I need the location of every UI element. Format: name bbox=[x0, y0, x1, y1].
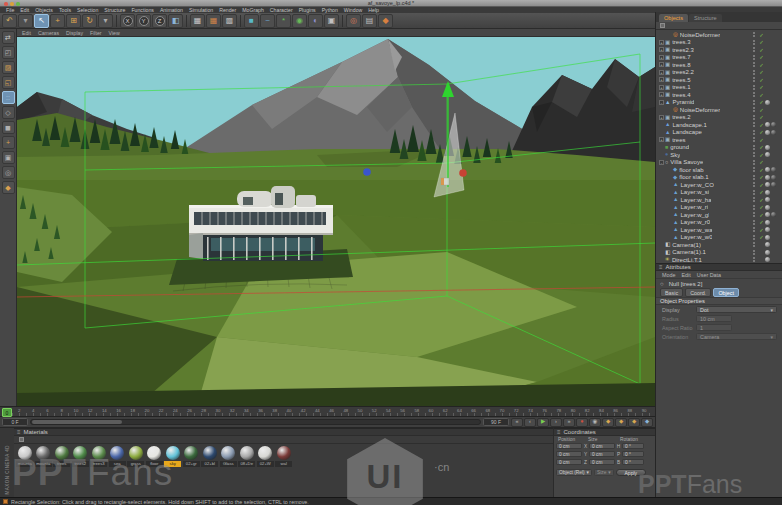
material-sea[interactable]: sea bbox=[109, 446, 127, 467]
visibility-dots[interactable] bbox=[753, 130, 755, 135]
viewport-solo-icon[interactable]: ▣ bbox=[2, 151, 15, 164]
lock-z-axis-button[interactable]: Z bbox=[152, 14, 167, 28]
material-tag-icon[interactable] bbox=[771, 182, 776, 187]
aspect-ratio-input[interactable]: 1 bbox=[696, 324, 732, 331]
object-tree-item-trees-3[interactable]: +▣trees.3✓ bbox=[656, 39, 782, 47]
object-tree-item-trees-8[interactable]: +▣trees.8✓ bbox=[656, 61, 782, 69]
render-picture-viewer-button[interactable]: ▦ bbox=[206, 14, 221, 28]
coordinate-mode-dropdown[interactable]: Object (Rel)▾ bbox=[556, 469, 592, 476]
next-frame-button[interactable]: › bbox=[550, 418, 562, 427]
add-camera-button[interactable]: ▣ bbox=[324, 14, 339, 28]
material-tag-icon[interactable] bbox=[765, 250, 770, 255]
material-02-w[interactable]: 02+W bbox=[257, 446, 275, 467]
key-parameter-button[interactable]: ◆ bbox=[641, 418, 653, 427]
expander-icon[interactable]: + bbox=[659, 47, 664, 52]
enable-checkmark[interactable]: ✓ bbox=[758, 32, 765, 38]
enable-checkmark[interactable]: ✓ bbox=[758, 197, 765, 203]
material-tag-icon[interactable] bbox=[765, 152, 770, 157]
object-name[interactable]: Layer:w_CO bbox=[680, 182, 713, 188]
viewport-menu-cameras[interactable]: Cameras bbox=[38, 30, 59, 36]
object-tree-item-trees[interactable]: +▣trees✓ bbox=[656, 136, 782, 144]
object-tree-item-layer-w-w0[interactable]: +▲Layer:w_w0✓ bbox=[656, 234, 782, 242]
object-tree-item-landscape-1[interactable]: +▲Landscape.1✓ bbox=[656, 121, 782, 129]
enable-checkmark[interactable]: ✓ bbox=[758, 84, 765, 90]
object-name[interactable]: trees2.3 bbox=[672, 47, 694, 53]
add-primitive-button[interactable]: ■ bbox=[244, 14, 259, 28]
rotation-p-input[interactable]: 0 ° bbox=[622, 451, 644, 458]
material-sphere[interactable] bbox=[147, 446, 161, 460]
object-tree-item-camera-1[interactable]: +◧Camera(1) bbox=[656, 241, 782, 249]
object-name[interactable]: ground bbox=[670, 144, 689, 150]
visibility-dots[interactable] bbox=[753, 167, 755, 172]
material-sphere[interactable] bbox=[110, 446, 124, 460]
material-tag-icon[interactable] bbox=[765, 122, 770, 127]
expander-icon[interactable]: + bbox=[659, 77, 664, 82]
enable-checkmark[interactable]: ✓ bbox=[758, 152, 765, 158]
workplane-button[interactable]: ◆ bbox=[378, 14, 393, 28]
attr-menu-edit[interactable]: Edit bbox=[682, 272, 691, 278]
material-trees[interactable]: trees bbox=[53, 446, 71, 467]
attributes-tab-coord[interactable]: Coord. bbox=[685, 288, 711, 297]
object-tree-item-layer-w-wa[interactable]: +▲Layer:w_wa✓ bbox=[656, 226, 782, 234]
object-name[interactable]: Layer:w_w0 bbox=[680, 234, 712, 240]
enable-checkmark[interactable]: ✓ bbox=[758, 77, 765, 83]
add-environment-button[interactable]: ◐ bbox=[308, 14, 323, 28]
material-tag-icon[interactable] bbox=[765, 190, 770, 195]
enable-checkmark[interactable]: ✓ bbox=[758, 212, 765, 218]
object-name[interactable]: floor slab.1 bbox=[679, 174, 708, 180]
material-grass[interactable]: grass bbox=[127, 446, 145, 467]
object-tree-item-trees2-2[interactable]: +▣trees2.2✓ bbox=[656, 69, 782, 77]
rotate-tool[interactable]: ↻ bbox=[82, 14, 97, 28]
enable-checkmark[interactable]: ✓ bbox=[758, 144, 765, 150]
expander-icon[interactable]: + bbox=[659, 92, 664, 97]
object-name[interactable]: trees.1 bbox=[672, 84, 690, 90]
enable-checkmark[interactable]: ✓ bbox=[758, 227, 765, 233]
material-tag-icon[interactable] bbox=[765, 167, 770, 172]
material-02-gr[interactable]: 02+gr bbox=[183, 446, 201, 467]
visibility-dots[interactable] bbox=[753, 250, 755, 255]
edges-mode-icon[interactable]: ◇ bbox=[2, 106, 15, 119]
material-tag-icon[interactable] bbox=[765, 235, 770, 240]
end-frame-field[interactable]: 90 F bbox=[483, 418, 509, 426]
object-name[interactable]: trees.3 bbox=[672, 39, 690, 45]
visibility-dots[interactable] bbox=[753, 137, 755, 142]
object-name[interactable]: NoiseDeformer bbox=[680, 107, 720, 113]
expander-icon[interactable]: - bbox=[659, 100, 664, 105]
size-y-input[interactable]: 0 cm bbox=[589, 451, 615, 458]
material-sphere[interactable] bbox=[258, 446, 272, 460]
start-frame-field[interactable]: 0 F bbox=[2, 418, 28, 426]
size-z-input[interactable]: 0 cm bbox=[589, 459, 615, 466]
material-sphere[interactable] bbox=[184, 446, 198, 460]
enable-checkmark[interactable]: ✓ bbox=[758, 174, 765, 180]
record-button[interactable]: ● bbox=[576, 418, 588, 427]
material-tag-icon[interactable] bbox=[765, 257, 770, 262]
key-rotation-button[interactable]: ◆ bbox=[628, 418, 640, 427]
object-name[interactable]: trees.4 bbox=[672, 92, 690, 98]
enable-checkmark[interactable]: ✓ bbox=[758, 182, 765, 188]
object-name[interactable]: trees bbox=[672, 137, 685, 143]
enable-checkmark[interactable]: ✓ bbox=[758, 234, 765, 240]
current-frame-marker[interactable]: 0 bbox=[2, 408, 12, 417]
size-mode-dropdown[interactable]: Size▾ bbox=[594, 469, 614, 476]
move-tool[interactable]: + bbox=[50, 14, 65, 28]
timeline-ruler[interactable]: 2468101214161820222426283032343638404244… bbox=[0, 406, 655, 417]
material-sphere[interactable] bbox=[277, 446, 291, 460]
expander-icon[interactable]: + bbox=[659, 137, 664, 142]
material-sphere[interactable] bbox=[203, 446, 217, 460]
object-name[interactable]: Camera(1).1 bbox=[672, 249, 706, 255]
expander-icon[interactable]: + bbox=[659, 55, 664, 60]
visibility-dots[interactable] bbox=[753, 205, 755, 210]
snap-settings-button[interactable]: ◎ bbox=[346, 14, 361, 28]
rotation-h-input[interactable]: 0 ° bbox=[622, 443, 644, 450]
enable-checkmark[interactable]: ✓ bbox=[758, 219, 765, 225]
previous-frame-button[interactable]: ‹ bbox=[524, 418, 536, 427]
go-to-start-button[interactable]: « bbox=[511, 418, 523, 427]
enable-checkmark[interactable]: ✓ bbox=[758, 122, 765, 128]
visibility-dots[interactable] bbox=[753, 122, 755, 127]
object-name[interactable]: NoiseDeformer bbox=[680, 32, 720, 38]
display-dropdown[interactable]: Dot▾ bbox=[696, 306, 777, 313]
points-mode-icon[interactable]: :: bbox=[2, 91, 15, 104]
material-glass[interactable]: Glass bbox=[220, 446, 238, 467]
object-name[interactable]: Layer:w_ri bbox=[680, 204, 708, 210]
model-mode-icon[interactable]: ◰ bbox=[2, 46, 15, 59]
